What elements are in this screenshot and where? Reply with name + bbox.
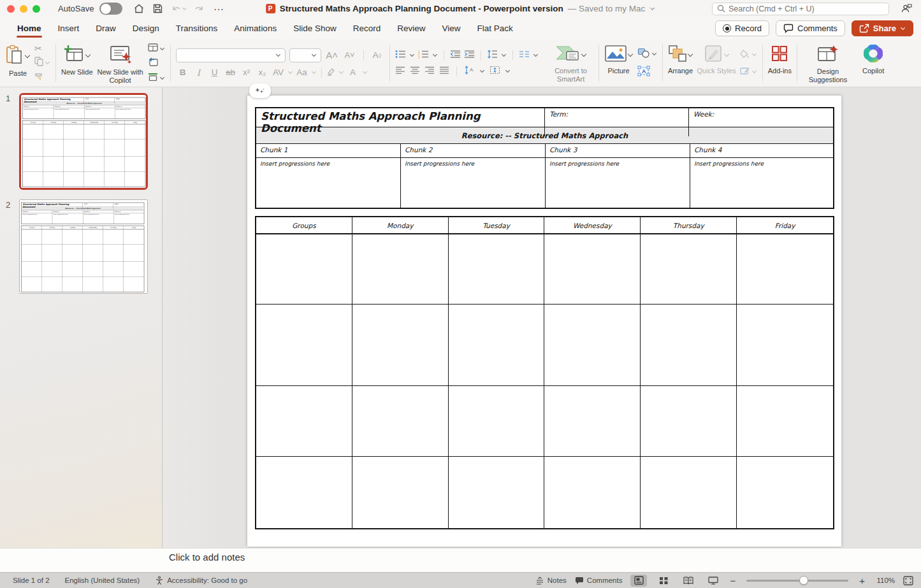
zoom-out-button[interactable]: − — [730, 575, 736, 586]
table-cell[interactable] — [449, 457, 545, 528]
col-header-thursday[interactable]: Thursday — [641, 217, 737, 233]
increase-font-size-button[interactable]: A˄ — [325, 50, 339, 61]
fit-slide-button[interactable] — [903, 576, 913, 585]
shape-outline-button[interactable] — [740, 66, 757, 78]
numbering-button[interactable]: 123 — [418, 50, 429, 61]
table-cell[interactable] — [641, 234, 737, 304]
tab-animations[interactable]: Animations — [226, 18, 285, 39]
underline-button[interactable]: U — [208, 68, 222, 77]
tab-home[interactable]: Home — [9, 18, 50, 39]
zoom-level[interactable]: 110% — [873, 577, 895, 584]
slide-layout-button[interactable] — [148, 43, 165, 54]
home-icon[interactable] — [134, 4, 144, 13]
table-cell[interactable] — [256, 386, 352, 456]
shape-fill-button[interactable] — [740, 49, 757, 61]
slideshow-view-button[interactable] — [705, 575, 722, 587]
change-case-button[interactable]: Aa — [295, 68, 309, 77]
tab-design[interactable]: Design — [124, 18, 168, 39]
week-cell[interactable]: Week: — [689, 108, 833, 136]
shapes-button[interactable] — [637, 48, 657, 61]
table-cell[interactable] — [544, 305, 641, 385]
bold-button[interactable]: B — [176, 68, 190, 77]
normal-view-button[interactable] — [630, 575, 647, 587]
col-header-monday[interactable]: Monday — [352, 217, 449, 233]
font-name-combo[interactable] — [176, 48, 286, 62]
format-painter-button[interactable] — [34, 72, 50, 83]
section-button[interactable] — [148, 72, 165, 83]
copy-button[interactable] — [34, 57, 50, 69]
chunk-3-header[interactable]: Chunk 3 — [546, 144, 690, 157]
decrease-indent-button[interactable] — [450, 50, 461, 61]
quick-styles-button[interactable]: Quick Styles — [697, 39, 736, 87]
table-cell[interactable] — [352, 234, 449, 304]
chunk-3-body[interactable]: Insert progressions here — [546, 158, 690, 208]
text-box-button[interactable]: A — [637, 66, 657, 79]
table-cell[interactable] — [641, 386, 737, 456]
search-box[interactable] — [712, 3, 889, 15]
paste-chevron-icon[interactable] — [25, 53, 30, 58]
new-slide-button[interactable]: New Slide — [61, 39, 93, 87]
font-size-combo[interactable] — [289, 48, 321, 62]
align-text-button[interactable] — [490, 66, 500, 77]
strikethrough-button[interactable]: ab — [224, 68, 238, 77]
reset-slide-button[interactable] — [148, 57, 165, 69]
share-people-icon[interactable] — [901, 3, 912, 16]
table-cell[interactable] — [449, 305, 545, 385]
increase-indent-button[interactable] — [464, 50, 475, 61]
copilot-button[interactable]: Copilot — [862, 39, 884, 87]
subscript-button[interactable]: x₂ — [256, 68, 270, 77]
table-cell[interactable] — [544, 457, 641, 528]
columns-button[interactable] — [519, 50, 530, 61]
align-right-button[interactable] — [424, 66, 435, 77]
bullets-button[interactable] — [395, 50, 406, 61]
share-button[interactable]: Share — [852, 20, 913, 36]
table-cell[interactable] — [352, 386, 449, 456]
new-slide-chevron-icon[interactable] — [85, 52, 91, 57]
accessibility-status[interactable]: Accessibility: Good to go — [155, 576, 247, 585]
new-slide-copilot-button[interactable]: New Slide with Copilot — [97, 39, 144, 87]
chunk-2-header[interactable]: Chunk 2 — [401, 144, 546, 157]
col-header-wednesday[interactable]: Wednesday — [544, 217, 641, 233]
notes-placeholder[interactable]: Click to add notes — [169, 552, 245, 563]
line-spacing-button[interactable] — [487, 50, 498, 61]
convert-to-smartart-button[interactable]: Convert to SmartArt — [549, 39, 593, 87]
zoom-slider-handle[interactable] — [799, 576, 808, 585]
picture-chevron-icon[interactable] — [627, 52, 632, 57]
undo-icon[interactable] — [171, 4, 182, 13]
zoom-window-button[interactable] — [33, 5, 40, 13]
align-center-button[interactable] — [410, 66, 420, 77]
slide-count[interactable]: Slide 1 of 2 — [13, 577, 50, 584]
table-cell[interactable] — [737, 234, 833, 304]
table-cell[interactable] — [256, 234, 352, 304]
table-cell[interactable] — [352, 305, 449, 385]
save-icon[interactable] — [153, 4, 163, 13]
tab-flat-pack[interactable]: Flat Pack — [469, 18, 521, 39]
tab-transitions[interactable]: Transitions — [168, 18, 226, 39]
tab-review[interactable]: Review — [389, 18, 433, 39]
chunk-4-body[interactable]: Insert progressions here — [690, 158, 833, 208]
search-input[interactable] — [729, 4, 884, 13]
col-header-friday[interactable]: Friday — [737, 217, 833, 233]
highlight-color-button[interactable] — [326, 67, 337, 78]
undo-chevron-icon[interactable] — [182, 6, 187, 10]
table-cell[interactable] — [449, 386, 545, 456]
table-cell[interactable] — [737, 386, 833, 456]
character-spacing-button[interactable]: AV — [272, 68, 286, 77]
picture-button[interactable]: Picture — [604, 39, 634, 87]
notes-pane[interactable] — [0, 548, 921, 572]
font-color-button[interactable]: A — [346, 68, 360, 77]
redo-icon[interactable] — [194, 4, 204, 13]
slide-thumbnail-1[interactable]: Structured Maths Approach Planning Docum… — [19, 93, 148, 190]
comments-toggle-button[interactable]: Comments — [575, 577, 623, 585]
decrease-font-size-button[interactable]: A˅ — [343, 50, 357, 60]
justify-button[interactable] — [439, 66, 449, 77]
italic-button[interactable]: I — [192, 68, 206, 78]
slide-editing-area[interactable]: Structured Maths Approach Planning Docum… — [247, 96, 841, 547]
table-cell[interactable] — [544, 234, 641, 304]
cut-button[interactable]: ✂ — [34, 43, 50, 54]
reading-view-button[interactable] — [680, 575, 697, 587]
paste-button[interactable]: Paste — [5, 39, 31, 87]
record-button[interactable]: Record — [715, 20, 769, 36]
table-cell[interactable] — [641, 305, 737, 385]
design-suggestions-button[interactable]: Design Suggestions — [802, 39, 853, 87]
